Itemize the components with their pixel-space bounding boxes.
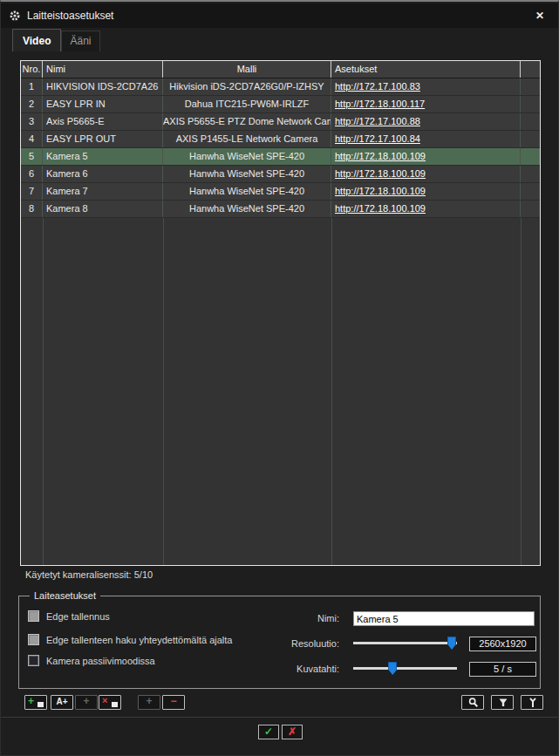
row-extra-cell: [521, 201, 540, 217]
table-row[interactable]: 5 Kamera 5 Hanwha WiseNet SPE-420 http:/…: [21, 148, 540, 166]
table-row[interactable]: 1 HIKVISION IDS-2CD7A26 Hikvision iDS-2C…: [21, 78, 540, 96]
column-header-malli[interactable]: Malli: [163, 61, 331, 78]
row-number: 5: [21, 148, 43, 165]
add-row-button-disabled: +: [138, 695, 160, 710]
camera-settings-cell: http://172.17.100.88: [331, 113, 521, 130]
camera-name-input[interactable]: [353, 611, 535, 626]
camera-settings-link[interactable]: http://172.17.100.88: [335, 116, 420, 126]
table-empty-area: [21, 218, 540, 565]
table-row[interactable]: 2 EASY LPR IN Dahua ITC215-PW6M-IRLZF ht…: [21, 96, 540, 113]
edge-retrieval-checkbox: [28, 634, 39, 645]
group-title: Laiteasetukset: [30, 590, 100, 601]
camera-settings-link[interactable]: http://172.18.100.109: [335, 168, 426, 179]
resolution-slider-thumb[interactable]: [447, 637, 456, 650]
edge-retrieval-label: Edge tallenteen haku yhteydettömältä aja…: [46, 635, 232, 645]
camera-settings-cell: http://172.17.100.83: [331, 78, 521, 95]
row-number: 3: [21, 113, 43, 130]
table-row[interactable]: 7 Kamera 7 Hanwha WiseNet SPE-420 http:/…: [21, 183, 540, 201]
remove-camera-button[interactable]: ×: [99, 695, 121, 710]
row-number: 2: [21, 96, 43, 112]
table-row[interactable]: 3 Axis P5665-E AXIS P5655-E PTZ Dome Net…: [21, 113, 540, 131]
camera-settings-cell: http://172.18.100.117: [331, 96, 521, 112]
filter-icon: [497, 697, 509, 709]
add-button-disabled: +: [75, 695, 98, 710]
framerate-label: Kuvatahti:: [220, 664, 339, 674]
plus-icon: +: [139, 695, 160, 707]
camera-settings-link[interactable]: http://172.18.100.117: [335, 99, 425, 109]
edge-recording-row: Edge tallennus: [28, 610, 110, 622]
row-number: 6: [21, 166, 43, 182]
close-icon[interactable]: ✕: [533, 9, 547, 23]
device-square-icon: [112, 702, 118, 707]
wrench-icon: [527, 697, 539, 709]
resolution-label: Resoluutio:: [220, 638, 339, 649]
passive-mode-checkbox[interactable]: [28, 655, 39, 666]
resolution-slider-track[interactable]: [353, 642, 457, 644]
camera-name: Kamera 6: [43, 166, 163, 182]
camera-name: Axis P5665-E: [43, 113, 163, 130]
camera-name: Kamera 5: [43, 148, 163, 165]
edge-retrieval-row: Edge tallenteen haku yhteydettömältä aja…: [28, 634, 232, 645]
column-divider: [331, 218, 332, 565]
row-extra-cell: [521, 148, 540, 165]
divider: [1, 717, 558, 718]
row-number: 7: [21, 183, 43, 200]
window-title: Laitteistoasetukset: [27, 10, 113, 22]
tab-video[interactable]: Video: [12, 29, 61, 51]
cancel-button[interactable]: ✗: [282, 725, 303, 739]
camera-model: Hikvision iDS-2CD7A26G0/P-IZHSY: [163, 78, 331, 95]
camera-settings-link[interactable]: http://172.18.100.109: [335, 151, 426, 161]
framerate-value: 5 / s: [469, 662, 536, 677]
row-extra-cell: [521, 78, 540, 95]
framerate-slider-track[interactable]: [353, 667, 457, 670]
framerate-slider-thumb[interactable]: [388, 662, 397, 675]
column-header-nimi[interactable]: Nimi: [43, 61, 163, 78]
table-row[interactable]: 8 Kamera 8 Hanwha WiseNet SPE-420 http:/…: [21, 201, 540, 218]
camera-settings-link[interactable]: http://172.18.100.109: [335, 203, 426, 214]
add-camera-button[interactable]: +: [24, 695, 47, 710]
passive-mode-row: Kamera passiivimoodissa: [28, 655, 155, 666]
camera-settings-link[interactable]: http://172.17.100.83: [335, 81, 420, 92]
filter-button[interactable]: [491, 695, 514, 710]
camera-table-rows: 1 HIKVISION IDS-2CD7A26 Hikvision iDS-2C…: [21, 78, 540, 218]
camera-table: Nro. Nimi Malli Asetukset 1 HIKVISION ID…: [20, 60, 541, 566]
table-row[interactable]: 4 EASY LPR OUT AXIS P1455-LE Network Cam…: [21, 131, 540, 148]
resolution-value: 2560x1920: [469, 637, 536, 651]
title-bar: Laitteistoasetukset: [1, 3, 558, 28]
camera-settings-cell: http://172.18.100.109: [331, 201, 521, 217]
row-extra-cell: [521, 183, 540, 200]
row-extra-cell: [521, 166, 540, 182]
table-header: Nro. Nimi Malli Asetukset: [21, 61, 540, 78]
edge-recording-checkbox: [28, 610, 39, 622]
column-header-nro[interactable]: Nro.: [21, 61, 43, 78]
camera-settings-link[interactable]: http://172.17.100.84: [335, 133, 420, 144]
ok-button[interactable]: ✓: [258, 725, 279, 739]
search-icon: [467, 697, 480, 709]
search-button[interactable]: [461, 695, 484, 710]
plus-icon: +: [76, 695, 97, 707]
column-header-asetukset[interactable]: Asetukset: [331, 61, 521, 78]
table-row[interactable]: 6 Kamera 6 Hanwha WiseNet SPE-420 http:/…: [21, 166, 540, 183]
tab-audio[interactable]: Ääni: [61, 31, 99, 51]
column-divider: [521, 218, 522, 565]
row-extra-cell: [521, 113, 540, 130]
check-icon: ✓: [264, 725, 273, 738]
framerate-slider[interactable]: [353, 662, 457, 675]
name-label: Nimi:: [220, 613, 339, 623]
gear-icon: [9, 10, 21, 22]
camera-settings-link[interactable]: http://172.18.100.109: [335, 186, 426, 196]
tab-bar: Video Ääni: [12, 31, 100, 51]
tools-button[interactable]: [521, 695, 543, 710]
camera-name: Kamera 7: [43, 183, 163, 200]
auto-add-button[interactable]: A+: [51, 695, 73, 710]
camera-settings-cell: http://172.18.100.109: [331, 148, 521, 165]
camera-model: Hanwha WiseNet SPE-420: [163, 201, 331, 217]
camera-model: AXIS P5655-E PTZ Dome Network Came...: [163, 113, 331, 130]
x-icon: ×: [102, 695, 107, 705]
row-extra-cell: [521, 96, 540, 112]
device-settings-group: Laiteasetukset Edge tallennus Edge talle…: [18, 596, 541, 689]
resolution-slider[interactable]: [353, 637, 457, 650]
camera-model: Hanwha WiseNet SPE-420: [163, 166, 331, 182]
remove-row-button[interactable]: −: [162, 695, 185, 710]
camera-settings-cell: http://172.18.100.109: [331, 166, 521, 182]
